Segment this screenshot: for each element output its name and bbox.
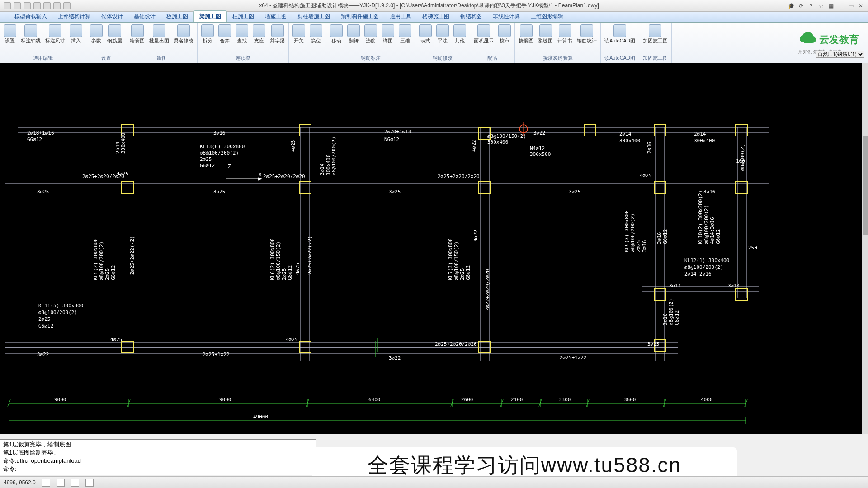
qat-open-icon[interactable] <box>63 2 71 9</box>
tab-上部结构计算[interactable]: 上部结构计算 <box>52 11 96 22</box>
tab-非线性计算[interactable]: 非线性计算 <box>487 11 525 22</box>
svg-text:2⌀25: 2⌀25 <box>200 156 212 162</box>
snap-toggle[interactable] <box>42 479 50 487</box>
tab-砌体设计[interactable]: 砌体设计 <box>96 11 128 22</box>
command-history-line: 命令:dtlrc_openbeamplanload <box>3 457 313 465</box>
svg-text:2⌀14: 2⌀14 <box>619 131 632 137</box>
ribbon-btn-插入[interactable]: 插入 <box>68 23 84 44</box>
svg-text:⌀8@100/200(2): ⌀8@100/200(2) <box>703 205 709 244</box>
close-icon[interactable]: ✕ <box>857 2 864 9</box>
minimize-icon[interactable]: — <box>837 2 844 9</box>
tab-预制构件施工图[interactable]: 预制构件施工图 <box>335 11 384 22</box>
osnap-toggle[interactable] <box>85 479 94 487</box>
tool-icon <box>649 24 661 37</box>
ribbon-btn-参数[interactable]: 参数 <box>88 23 104 44</box>
ribbon-btn-支座[interactable]: 支座 <box>251 23 267 44</box>
svg-marker-41 <box>258 177 262 181</box>
help-icon[interactable]: ? <box>807 2 815 9</box>
floor-select[interactable]: 自然层1(钢筋层1) <box>816 51 864 58</box>
ribbon-btn-移动[interactable]: 移动 <box>328 23 344 44</box>
svg-text:2⌀25+2⌀20/2⌀20: 2⌀25+2⌀20/2⌀20 <box>82 174 124 179</box>
ribbon-btn-设置[interactable]: 设置 <box>2 23 18 44</box>
tab-钢结构图[interactable]: 钢结构图 <box>455 11 487 22</box>
ribbon-btn-翻转[interactable]: 翻转 <box>345 23 362 44</box>
tab-剪柱墙施工图[interactable]: 剪柱墙施工图 <box>292 11 335 22</box>
command-window[interactable]: 第1层裁剪完毕，绘制底图......第1层底图绘制完毕。命令:dtlrc_ope… <box>0 439 316 475</box>
star-icon[interactable]: ☆ <box>817 2 825 9</box>
tool-icon <box>177 24 190 37</box>
ribbon-btn-裂缝图[interactable]: 裂缝图 <box>536 23 555 44</box>
settings-icon[interactable]: ▦ <box>827 2 835 9</box>
tool-icon <box>580 24 593 37</box>
refresh-icon[interactable]: ⟳ <box>797 2 805 9</box>
ribbon-btn-计算书[interactable]: 计算书 <box>556 23 574 44</box>
ribbon-btn-校审[interactable]: 校审 <box>496 23 513 44</box>
svg-text:KL5(2) 300x800: KL5(2) 300x800 <box>93 238 99 280</box>
ribbon-btn-开关[interactable]: 开关 <box>291 23 307 44</box>
tab-板施工图[interactable]: 板施工图 <box>161 11 193 22</box>
ribbon-btn-查找[interactable]: 查找 <box>234 23 250 44</box>
tool-icon <box>330 24 343 37</box>
svg-text:G6⌀12: G6⌀12 <box>465 265 471 280</box>
ribbon-btn-平法[interactable]: 平法 <box>434 23 451 44</box>
ribbon-btn-批量出图[interactable]: 批量出图 <box>147 23 171 44</box>
ribbon-group-label: 钢筋标注 <box>328 55 413 62</box>
qat-print-icon[interactable] <box>43 2 51 9</box>
ribbon-btn-读AutoCAD图[interactable]: 读AutoCAD图 <box>603 23 637 44</box>
ribbon-btn-面积显示[interactable]: 面积显示 <box>472 23 495 44</box>
ribbon-btn-拆分[interactable]: 拆分 <box>199 23 216 44</box>
ribbon-btn-绘新图[interactable]: 绘新图 <box>128 23 146 44</box>
qat-icon[interactable] <box>4 2 11 9</box>
drawing-canvas[interactable]: ZX2⌀18+1⌀16G6⌀123⌀162⌀20+1⌀18N6⌀123⌀22⌀8… <box>0 63 868 434</box>
ribbon-group-label: 绘图 <box>128 55 195 62</box>
tab-基础设计[interactable]: 基础设计 <box>128 11 161 22</box>
tool-icon <box>24 24 37 37</box>
qat-save-icon[interactable] <box>14 2 21 9</box>
tab-梁施工图[interactable]: 梁施工图 <box>193 10 227 22</box>
ribbon-btn-label: 平法 <box>438 38 448 43</box>
ribbon-btn-label: 设置 <box>5 38 15 43</box>
scroll-thumb[interactable] <box>863 136 868 235</box>
ribbon-btn-三维[interactable]: 三维 <box>397 23 413 44</box>
ribbon-btn-挠度图[interactable]: 挠度图 <box>517 23 535 44</box>
tool-icon <box>49 24 61 37</box>
tab-柱施工图[interactable]: 柱施工图 <box>227 11 259 22</box>
tab-三维图形编辑[interactable]: 三维图形编辑 <box>525 11 569 22</box>
svg-text:⌀8@100/200(2): ⌀8@100/200(2) <box>684 264 723 270</box>
ribbon-btn-钢筋层[interactable]: 钢筋层 <box>105 23 124 44</box>
ribbon-btn-标注轴线[interactable]: 标注轴线 <box>19 23 42 44</box>
svg-text:⌀8@100/200(2): ⌀8@100/200(2) <box>99 241 104 280</box>
svg-text:4⌀25: 4⌀25 <box>286 337 298 343</box>
ribbon-btn-详图[interactable]: 详图 <box>380 23 396 44</box>
tab-模型荷载输入[interactable]: 模型荷载输入 <box>9 11 52 22</box>
svg-text:3⌀25: 3⌀25 <box>647 341 660 347</box>
maximize-icon[interactable]: ▭ <box>847 2 854 9</box>
ribbon-btn-钢筋统计[interactable]: 钢筋统计 <box>575 23 599 44</box>
grid-toggle[interactable] <box>57 479 65 487</box>
ribbon-btn-并字梁[interactable]: 并字梁 <box>268 23 287 44</box>
ortho-toggle[interactable] <box>71 479 79 487</box>
tool-icon <box>201 24 214 37</box>
qat-undo-icon[interactable] <box>24 2 31 9</box>
svg-text:Z: Z <box>228 164 231 169</box>
tool-icon <box>108 24 121 37</box>
ribbon-btn-标注尺寸[interactable]: 标注尺寸 <box>43 23 67 44</box>
command-input[interactable] <box>17 465 313 473</box>
graduation-icon[interactable]: 🎓 <box>788 2 795 9</box>
tab-通用工具[interactable]: 通用工具 <box>384 11 417 22</box>
ribbon-btn-选筋[interactable]: 选筋 <box>363 23 379 44</box>
qat-new-icon[interactable] <box>53 2 61 9</box>
tab-墙施工图[interactable]: 墙施工图 <box>259 11 292 22</box>
svg-text:⌀6@100/200(2): ⌀6@100/200(2) <box>331 136 337 175</box>
svg-text:G6⌀12: G6⌀12 <box>110 265 116 280</box>
qat-redo-icon[interactable] <box>33 2 41 9</box>
ribbon-btn-其他[interactable]: 其他 <box>452 23 468 44</box>
ribbon-btn-表式[interactable]: 表式 <box>417 23 434 44</box>
vertical-scrollbar[interactable] <box>862 63 868 434</box>
ribbon-btn-合并[interactable]: 合并 <box>217 23 233 44</box>
svg-text:2⌀25+2⌀20/2⌀20: 2⌀25+2⌀20/2⌀20 <box>438 174 480 179</box>
ribbon-btn-加固施工图[interactable]: 加固施工图 <box>641 23 670 44</box>
ribbon-btn-换位[interactable]: 换位 <box>308 23 324 44</box>
ribbon-btn-梁名修改[interactable]: 梁名修改 <box>172 23 195 44</box>
tab-楼梯施工图[interactable]: 楼梯施工图 <box>417 11 455 22</box>
